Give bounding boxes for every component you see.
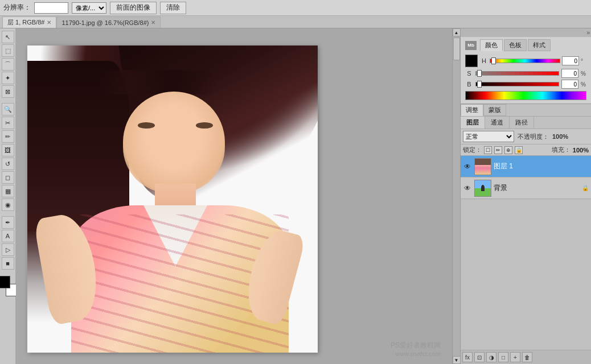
panel-collapse-btn[interactable]: » (586, 30, 590, 36)
fg-color-box[interactable] (0, 276, 10, 288)
layer1-visibility-toggle[interactable]: 👁 (463, 162, 472, 171)
layer1-name: 图层 1 (494, 162, 589, 171)
b-value-input[interactable] (561, 80, 578, 89)
layer-new-button[interactable]: + (510, 352, 520, 362)
tool-pen[interactable]: ✒ (2, 216, 14, 229)
resolution-input[interactable] (34, 2, 68, 14)
b-slider-track[interactable] (475, 82, 559, 86)
tab-color[interactable]: 颜色 (480, 39, 503, 51)
tab-styles[interactable]: 样式 (528, 39, 551, 51)
tab-label-photo: 11790-1.jpg @ 16.7%(RGB/8#) (61, 19, 149, 26)
photo-content (27, 46, 318, 353)
resolution-label: 分辨率： (3, 3, 31, 13)
main-area: ↖ ⬚ ⌒ ✦ ⊠ 🔍 ✂ ✏ 🖾 ↺ ◻ ▦ ◉ ✒ A ▷ ■ (0, 28, 591, 364)
h-unit: ° (581, 58, 586, 64)
tab-close-layer1[interactable]: ✕ (47, 19, 51, 26)
fg-color-swatch[interactable] (465, 55, 478, 67)
tool-eyedrop[interactable]: 🔍 (2, 103, 14, 115)
scroll-track-v[interactable] (453, 36, 460, 356)
panel-collapse-row: » (461, 28, 591, 37)
color-spectrum-bar[interactable] (465, 91, 586, 100)
color-panel: Mb 颜色 色板 样式 H ° (461, 37, 591, 104)
tool-brush[interactable]: ✏ (2, 130, 14, 143)
layers-tabs-row: 图层 通道 路径 (461, 117, 591, 129)
layers-action-bar: fx ⊡ ◑ □ + 🗑 (461, 350, 591, 364)
scroll-thumb-v[interactable] (453, 38, 460, 60)
tool-shape[interactable]: ■ (2, 257, 14, 270)
h-slider-track[interactable] (490, 59, 560, 63)
tool-history[interactable]: ↺ (2, 158, 14, 170)
tab-swatches[interactable]: 色板 (504, 39, 527, 51)
opacity-label: 不透明度： (518, 133, 549, 141)
lock-row: 锁定： ☐ ✏ ⊕ 🔒 填充： 100% (461, 144, 591, 156)
s-row: S % (465, 69, 586, 78)
tab-adjustment[interactable]: 调整 (461, 104, 483, 116)
canvas-container: PS爱好者教程网 www.psahz.com ▲ ▼ (16, 28, 460, 364)
s-label: S (465, 70, 473, 77)
b-slider-thumb[interactable] (477, 81, 482, 88)
layer-adjustment-button[interactable]: ◑ (486, 352, 496, 362)
tool-stamp[interactable]: 🖾 (2, 144, 14, 156)
h-value-input[interactable] (562, 56, 579, 65)
s-value-input[interactable] (561, 69, 578, 78)
tool-path-select[interactable]: ▷ (2, 243, 14, 256)
bg-visibility-toggle[interactable]: 👁 (463, 184, 472, 193)
tool-magic-wand[interactable]: ✦ (2, 72, 14, 84)
layer-fx-button[interactable]: fx (462, 352, 473, 362)
blend-mode-select[interactable]: 正常 (463, 131, 514, 142)
fill-label: 填充： (552, 146, 571, 154)
tool-eraser[interactable]: ◻ (2, 171, 14, 184)
b-row: B % (465, 80, 586, 89)
tool-move[interactable]: ↖ (2, 31, 14, 43)
scroll-down-arrow[interactable]: ▼ (453, 356, 461, 364)
tab-close-photo[interactable]: ✕ (151, 19, 155, 26)
fill-value: 100% (573, 147, 589, 154)
adjustment-tabs-row: 调整 蒙版 (461, 104, 591, 117)
bg-name: 背景 (494, 183, 580, 193)
layer-delete-button[interactable]: 🗑 (522, 352, 532, 362)
tab-paths[interactable]: 路径 (510, 117, 534, 129)
lock-paint-icon[interactable]: ✏ (494, 146, 502, 154)
tab-bar: 层 1, RGB/8# ✕ 11790-1.jpg @ 16.7%(RGB/8#… (0, 16, 591, 28)
tab-mask[interactable]: 蒙版 (483, 104, 506, 116)
scroll-up-arrow[interactable]: ▲ (453, 28, 461, 36)
lock-all-icon[interactable]: 🔒 (515, 146, 523, 154)
resolution-unit-select[interactable]: 像素/... (72, 2, 106, 14)
h-slider-thumb[interactable] (491, 57, 496, 64)
tool-patch[interactable]: ✂ (2, 117, 14, 129)
front-image-button[interactable]: 前面的图像 (110, 2, 157, 14)
lock-label: 锁定： (463, 146, 482, 154)
lock-position-icon[interactable]: ⊕ (504, 146, 512, 154)
watermark-line1: PS爱好者教程网 (391, 341, 441, 350)
tab-layers[interactable]: 图层 (461, 117, 485, 129)
tab-layer1[interactable]: 层 1, RGB/8# ✕ (2, 16, 56, 28)
lock-transparent-icon[interactable]: ☐ (484, 146, 492, 154)
bg-thumbnail (474, 180, 491, 197)
h-label: H (480, 57, 488, 64)
s-slider-track[interactable] (475, 71, 559, 76)
tool-select-rect[interactable]: ⬚ (2, 44, 14, 57)
tab-photo[interactable]: 11790-1.jpg @ 16.7%(RGB/8#) ✕ (56, 16, 161, 28)
canvas-area: PS爱好者教程网 www.psahz.com (16, 28, 452, 364)
s-unit: % (581, 71, 586, 77)
tab-label-layer1: 层 1, RGB/8# (7, 18, 44, 27)
layers-blend-opacity-row: 正常 不透明度： 100% (461, 129, 591, 144)
clear-button[interactable]: 清除 (160, 2, 186, 14)
layers-empty-area (461, 199, 591, 350)
layer-item-background[interactable]: 👁 背景 🔒 (461, 177, 591, 199)
layer-group-button[interactable]: □ (498, 352, 508, 362)
mb-icon: Mb (465, 41, 477, 50)
tool-text[interactable]: A (2, 230, 14, 242)
tab-channels[interactable]: 通道 (485, 117, 510, 129)
layer-mask-button[interactable]: ⊡ (474, 352, 485, 362)
tool-lasso[interactable]: ⌒ (2, 58, 14, 71)
fg-bg-color[interactable] (0, 276, 18, 296)
top-toolbar: 分辨率： 像素/... 前面的图像 清除 (0, 0, 591, 16)
s-slider-thumb[interactable] (477, 70, 482, 77)
tool-blur[interactable]: ◉ (2, 198, 14, 211)
watermark: PS爱好者教程网 www.psahz.com (391, 341, 441, 357)
layer-item-layer1[interactable]: 👁 图层 1 (461, 156, 591, 177)
tool-gradient[interactable]: ▦ (2, 185, 14, 197)
b-label: B (465, 81, 473, 88)
tool-crop[interactable]: ⊠ (2, 85, 14, 98)
